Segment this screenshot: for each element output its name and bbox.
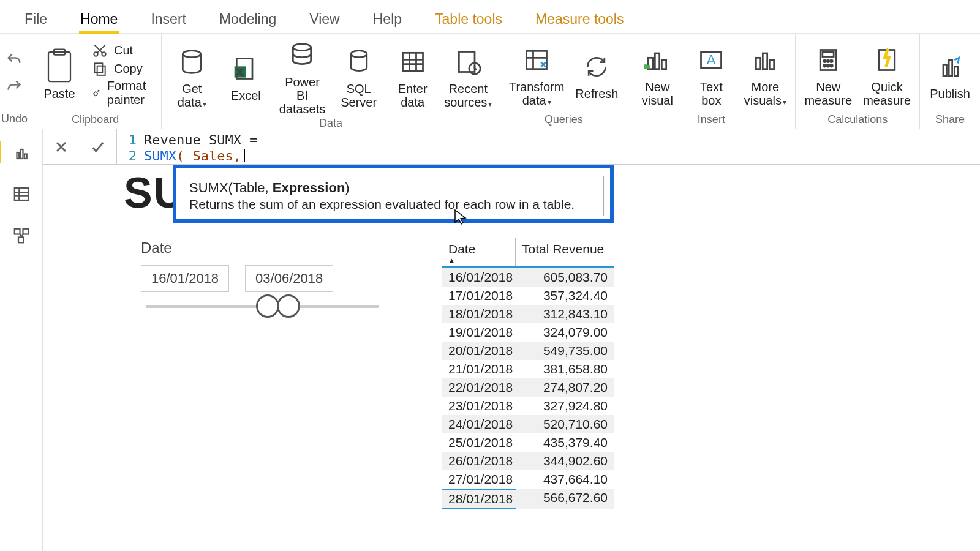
transform-data-button[interactable]: Transform data▾	[509, 42, 564, 107]
data-view-button[interactable]	[9, 182, 34, 206]
clipboard-icon	[43, 48, 75, 85]
slicer-handle-left[interactable]	[256, 294, 279, 318]
model-view-button[interactable]	[9, 223, 34, 248]
svg-rect-15	[527, 51, 547, 69]
table-row[interactable]: 19/01/2018324,079.00	[442, 323, 614, 342]
undo-icon[interactable]	[6, 51, 23, 69]
table-row[interactable]: 22/01/2018274,807.20	[442, 378, 614, 397]
calculations-group-label: Calculations	[804, 112, 911, 126]
redo-icon[interactable]	[6, 78, 23, 96]
table-row[interactable]: 20/01/2018549,735.00	[442, 342, 614, 360]
cell-revenue: 381,658.80	[516, 360, 614, 378]
cell-revenue: 324,079.00	[516, 323, 614, 342]
model-icon	[12, 227, 31, 245]
cell-date: 27/01/2018	[442, 470, 516, 489]
get-data-button[interactable]: Get data▾	[170, 44, 213, 109]
undo-group-label: Undo	[1, 113, 28, 126]
format-painter-button[interactable]: Format painter	[92, 79, 153, 107]
check-icon	[89, 138, 107, 156]
date-slicer[interactable]: Date 16/01/2018 03/06/2018	[141, 239, 410, 308]
modeling-tab[interactable]: Modeling	[217, 6, 279, 28]
cell-revenue: 605,083.70	[516, 268, 614, 287]
cell-revenue: 566,672.60	[516, 489, 614, 509]
file-tab[interactable]: File	[22, 6, 50, 28]
formula-cancel-button[interactable]	[43, 129, 80, 164]
table-row[interactable]: 26/01/2018344,902.60	[442, 452, 614, 470]
cell-revenue: 437,664.10	[516, 470, 614, 489]
data-group-label: Data	[170, 116, 491, 130]
refresh-button[interactable]: Refresh	[575, 49, 618, 100]
formula-commit-button[interactable]	[80, 129, 116, 164]
cell-date: 20/01/2018	[442, 342, 516, 360]
table-row[interactable]: 28/01/2018566,672.60	[442, 489, 614, 509]
svg-rect-25	[823, 52, 834, 56]
table-row[interactable]: 16/01/2018605,083.70	[442, 268, 614, 287]
svg-point-6	[183, 51, 201, 58]
cell-revenue: 327,924.80	[516, 397, 614, 415]
table-tools-tab[interactable]: Table tools	[432, 6, 505, 28]
help-tab[interactable]: Help	[371, 6, 404, 28]
cell-revenue: 357,324.40	[516, 287, 614, 305]
report-icon	[12, 143, 31, 162]
insert-tab[interactable]: Insert	[148, 6, 189, 28]
table-row[interactable]: 25/01/2018435,379.40	[442, 433, 614, 452]
cell-revenue: 435,379.40	[516, 433, 614, 452]
cell-revenue: 312,843.10	[516, 305, 614, 323]
cut-button[interactable]: Cut	[92, 42, 153, 58]
powerbi-datasets-button[interactable]: Power BI datasets	[278, 37, 326, 116]
table-header-revenue[interactable]: Total Revenue	[516, 238, 610, 266]
enter-data-button[interactable]: Enter data	[391, 44, 434, 109]
text-box-button[interactable]: A Text box	[690, 42, 733, 107]
cell-date: 19/01/2018	[442, 323, 516, 342]
view-tab[interactable]: View	[307, 6, 342, 28]
svg-rect-21	[756, 58, 761, 69]
copy-button[interactable]: Copy	[92, 61, 153, 77]
more-visuals-button[interactable]: More visuals▾	[744, 42, 786, 107]
table-row[interactable]: 17/01/2018357,324.40	[442, 287, 614, 305]
table-row[interactable]: 18/01/2018312,843.10	[442, 305, 614, 323]
revenue-table[interactable]: Date Total Revenue 16/01/2018605,083.701…	[442, 238, 614, 509]
quick-measure-icon	[873, 47, 900, 73]
excel-button[interactable]: X Excel	[224, 51, 267, 102]
table-row[interactable]: 21/01/2018381,658.80	[442, 360, 614, 378]
new-measure-button[interactable]: New measure	[804, 42, 852, 107]
ribbon: Undo Paste Cut Copy	[0, 33, 980, 129]
insert-group-label: Insert	[636, 112, 786, 126]
quick-measure-button[interactable]: Quick measure	[863, 42, 911, 107]
share-group: Publish Share	[920, 34, 980, 129]
table-header-date[interactable]: Date	[442, 238, 516, 266]
left-rail	[0, 129, 43, 551]
svg-rect-40	[14, 229, 20, 234]
slicer-track[interactable]	[146, 305, 379, 308]
svg-point-26	[824, 60, 826, 62]
slicer-handle-right[interactable]	[277, 294, 300, 318]
recent-sources-button[interactable]: Recent sources▾	[445, 44, 491, 109]
svg-rect-5	[97, 66, 105, 75]
cell-revenue: 274,807.20	[516, 378, 614, 397]
report-canvas[interactable]: SU SUMX(Table, Expression) Returns the s…	[43, 165, 980, 551]
home-tab[interactable]: Home	[78, 6, 120, 28]
table-row[interactable]: 27/01/2018437,664.10	[442, 470, 614, 489]
refresh-icon	[583, 53, 610, 80]
measure-tools-tab[interactable]: Measure tools	[533, 6, 626, 28]
slicer-start-date[interactable]: 16/01/2018	[141, 265, 229, 292]
publish-button[interactable]: Publish	[929, 49, 971, 100]
paste-button[interactable]: Paste	[38, 49, 81, 100]
table-row[interactable]: 24/01/2018520,710.60	[442, 415, 614, 433]
text-caret	[244, 149, 245, 162]
svg-rect-37	[20, 149, 23, 159]
formula-editor[interactable]: 1Revenue SUMX = 2 SUMX ( Sales,	[117, 129, 980, 164]
data-group: Get data▾ X Excel Power BI datasets SQL …	[162, 34, 500, 129]
slicer-end-date[interactable]: 03/06/2018	[245, 265, 333, 292]
intellisense-tooltip: SUMX(Table, Expression) Returns the sum …	[173, 165, 614, 223]
table-row[interactable]: 23/01/2018327,924.80	[442, 397, 614, 415]
new-visual-button[interactable]: New visual	[636, 42, 679, 107]
cell-date: 25/01/2018	[442, 433, 516, 452]
slicer-title: Date	[141, 239, 410, 257]
cell-date: 21/01/2018	[442, 360, 516, 378]
sql-server-button[interactable]: SQL Server	[337, 44, 380, 109]
svg-point-27	[827, 60, 829, 62]
cell-date: 22/01/2018	[442, 378, 516, 397]
report-view-button[interactable]	[9, 140, 34, 165]
menubar: File Home Insert Modeling View Help Tabl…	[0, 0, 980, 33]
